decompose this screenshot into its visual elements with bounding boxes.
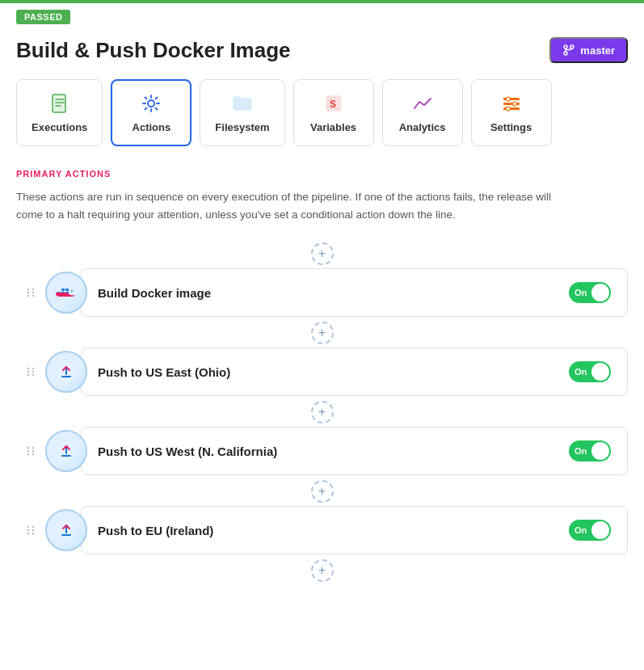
action-icon-push-us-east bbox=[45, 351, 87, 393]
tab-analytics[interactable]: Analytics bbox=[382, 79, 463, 146]
svg-point-44 bbox=[32, 526, 34, 528]
svg-point-37 bbox=[32, 447, 34, 449]
action-icon-build-docker bbox=[45, 272, 87, 314]
folder-icon bbox=[231, 92, 254, 115]
toggle-knob-2 bbox=[591, 363, 609, 381]
action-name-2: Push to US East (Ohio) bbox=[98, 365, 230, 379]
svg-point-8 bbox=[148, 100, 154, 107]
primary-actions-section: PRIMARY ACTIONS These actions are run in… bbox=[16, 169, 628, 582]
action-name-4: Push to EU (Ireland) bbox=[98, 524, 213, 537]
toggle-3[interactable]: On bbox=[569, 440, 611, 461]
svg-point-41 bbox=[32, 453, 34, 455]
page-header: Build & Push Docker Image master bbox=[16, 37, 628, 63]
settings-icon bbox=[500, 92, 523, 115]
table-row: Push to US East (Ohio) On bbox=[16, 348, 628, 396]
action-card-3[interactable]: Push to US West (N. California) On bbox=[81, 427, 628, 475]
toggle-knob-3 bbox=[591, 442, 609, 460]
section-description: These actions are run in sequence on eve… bbox=[16, 188, 566, 223]
action-name-1: Build Docker image bbox=[98, 286, 211, 300]
svg-point-46 bbox=[32, 529, 34, 531]
svg-point-19 bbox=[27, 292, 29, 293]
toggle-1[interactable]: On bbox=[569, 282, 611, 303]
svg-point-47 bbox=[27, 533, 29, 534]
passed-badge: PASSED bbox=[16, 10, 70, 24]
add-action-button-4[interactable]: + bbox=[311, 559, 334, 582]
svg-point-30 bbox=[32, 368, 34, 369]
svg-point-38 bbox=[27, 450, 29, 452]
svg-rect-3 bbox=[53, 95, 65, 112]
svg-point-28 bbox=[71, 290, 73, 292]
table-row: Push to EU (Ireland) On bbox=[16, 506, 628, 554]
action-card-2[interactable]: Push to US East (Ohio) On bbox=[81, 348, 628, 396]
section-label: PRIMARY ACTIONS bbox=[16, 169, 628, 179]
svg-point-36 bbox=[27, 447, 29, 449]
action-name-3: Push to US West (N. California) bbox=[98, 445, 277, 458]
svg-point-32 bbox=[32, 371, 34, 373]
tab-bar: Executions Actions Filesystem bbox=[16, 79, 628, 146]
analytics-icon bbox=[411, 92, 434, 115]
add-action-button-3[interactable]: + bbox=[311, 480, 334, 503]
svg-point-16 bbox=[506, 107, 510, 111]
drag-handle[interactable] bbox=[16, 445, 45, 457]
svg-point-31 bbox=[27, 371, 29, 373]
table-row: Push to US West (N. California) On bbox=[16, 427, 628, 475]
table-row: Build Docker image On bbox=[16, 268, 628, 317]
action-card-4[interactable]: Push to EU (Ireland) On bbox=[81, 506, 628, 554]
actions-list: + bbox=[16, 242, 628, 582]
svg-point-17 bbox=[27, 289, 29, 290]
tab-settings[interactable]: Settings bbox=[471, 79, 552, 146]
svg-point-43 bbox=[27, 526, 29, 528]
variables-icon: S bbox=[322, 92, 345, 115]
svg-point-39 bbox=[32, 450, 34, 452]
branch-icon bbox=[562, 44, 575, 57]
toggle-knob-4 bbox=[591, 521, 609, 539]
svg-point-48 bbox=[32, 533, 34, 534]
svg-point-34 bbox=[32, 374, 34, 376]
add-action-button-2[interactable]: + bbox=[311, 401, 334, 423]
tab-variables-label: Variables bbox=[310, 121, 356, 133]
svg-point-21 bbox=[27, 295, 29, 297]
svg-rect-26 bbox=[61, 289, 65, 291]
svg-point-15 bbox=[512, 102, 516, 106]
svg-point-14 bbox=[506, 97, 510, 101]
drag-handle[interactable] bbox=[16, 286, 45, 299]
tab-actions-label: Actions bbox=[133, 121, 171, 133]
file-icon bbox=[48, 92, 71, 115]
drag-handle[interactable] bbox=[16, 365, 45, 378]
tab-settings-label: Settings bbox=[490, 121, 532, 133]
svg-point-40 bbox=[27, 453, 29, 455]
svg-point-29 bbox=[27, 368, 29, 369]
page-title: Build & Push Docker Image bbox=[16, 38, 291, 63]
tab-executions-label: Executions bbox=[32, 121, 87, 133]
action-card-1[interactable]: Build Docker image On bbox=[81, 268, 628, 317]
tab-executions[interactable]: Executions bbox=[16, 79, 103, 146]
toggle-knob-1 bbox=[591, 284, 609, 301]
master-branch-button[interactable]: master bbox=[549, 37, 628, 63]
action-icon-push-us-west bbox=[45, 430, 87, 472]
svg-text:S: S bbox=[330, 99, 336, 110]
svg-point-45 bbox=[27, 529, 29, 531]
drag-handle[interactable] bbox=[16, 524, 45, 537]
svg-point-33 bbox=[27, 374, 29, 376]
top-progress-bar bbox=[0, 0, 644, 3]
add-action-button-0[interactable]: + bbox=[311, 242, 334, 265]
tab-variables[interactable]: S Variables bbox=[293, 79, 374, 146]
tab-analytics-label: Analytics bbox=[399, 121, 446, 133]
action-icon-push-eu bbox=[45, 509, 87, 551]
svg-rect-27 bbox=[65, 289, 69, 291]
svg-point-22 bbox=[32, 295, 34, 297]
gear-icon bbox=[140, 92, 162, 115]
tab-actions[interactable]: Actions bbox=[111, 79, 192, 146]
svg-point-20 bbox=[32, 292, 34, 293]
tab-filesystem-label: Filesystem bbox=[215, 121, 269, 133]
toggle-2[interactable]: On bbox=[569, 361, 611, 382]
tab-filesystem[interactable]: Filesystem bbox=[200, 79, 284, 146]
svg-point-18 bbox=[32, 289, 34, 290]
add-action-button-1[interactable]: + bbox=[311, 322, 334, 344]
toggle-4[interactable]: On bbox=[569, 520, 611, 541]
